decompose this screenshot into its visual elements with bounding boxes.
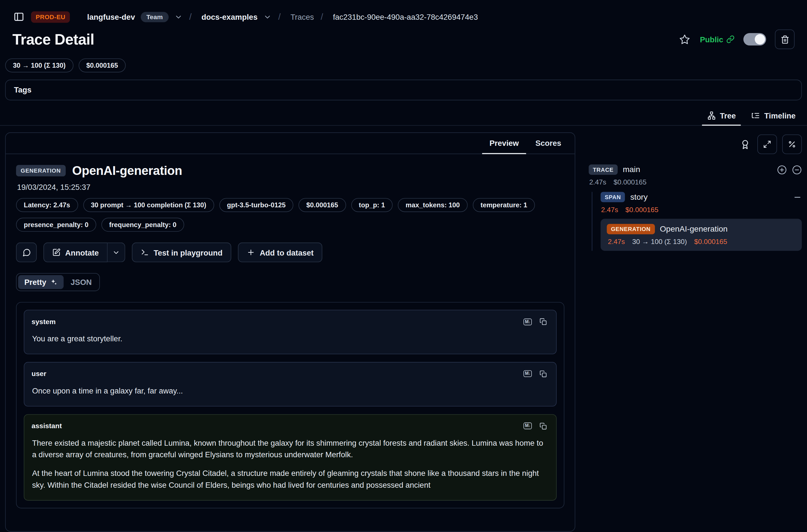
markdown-toggle-button[interactable]: M↓ — [521, 420, 534, 432]
observation-timestamp: 19/03/2024, 15:25:37 — [17, 183, 563, 191]
copy-icon — [540, 318, 547, 325]
model-badge[interactable]: gpt-3.5-turbo-0125 — [219, 198, 294, 212]
chevron-down-icon — [112, 248, 120, 256]
message-role: assistant — [32, 422, 62, 430]
org-switcher-chevron[interactable] — [174, 13, 182, 21]
tree-node-trace[interactable]: TRACE main — [588, 165, 802, 175]
pretty-label: Pretty — [24, 278, 46, 286]
observation-title: OpenAI-generation — [72, 163, 182, 178]
plus-circle-icon — [777, 165, 787, 175]
star-icon — [679, 34, 690, 44]
chevron-down-icon — [263, 13, 271, 21]
markdown-toggle-button[interactable]: M↓ — [521, 367, 534, 380]
collapse-all-button[interactable] — [792, 165, 802, 175]
project-switcher-chevron[interactable] — [263, 13, 271, 21]
trace-tree-panel: TRACE main 2.47s $0.000165 — [588, 132, 802, 251]
cost-badge: $0.000165 — [299, 198, 346, 212]
public-toggle[interactable] — [743, 33, 766, 45]
minus-circle-icon — [792, 165, 802, 175]
annotate-button[interactable]: Annotate — [43, 243, 108, 262]
span-cost: $0.000165 — [625, 206, 659, 213]
markdown-toggle-button[interactable]: M↓ — [521, 315, 534, 328]
copy-icon — [540, 422, 547, 430]
tab-timeline-label: Timeline — [764, 111, 796, 120]
sparkles-icon — [50, 279, 57, 286]
collapse-node-button[interactable] — [793, 193, 802, 202]
breadcrumb-project[interactable]: docs-examples — [202, 13, 258, 21]
annotate-pen-icon — [52, 248, 60, 256]
show-percentages-button[interactable] — [782, 135, 802, 154]
max-tokens-badge: max_tokens: 100 — [398, 198, 468, 212]
generation-metrics: 2.47s 30 → 100 (Σ 130) $0.000165 — [608, 238, 795, 246]
tree-node-generation-selected[interactable]: GENERATION OpenAI-generation 2.47s 30 → … — [600, 218, 802, 251]
public-label: Public — [700, 35, 723, 44]
span-name: story — [631, 192, 648, 202]
latency-badge: Latency: 2.47s — [16, 198, 78, 212]
observation-type-badge: GENERATION — [16, 165, 65, 176]
trace-cost: $0.000165 — [614, 178, 646, 186]
plus-icon — [247, 248, 255, 256]
markdown-icon: M↓ — [523, 318, 532, 325]
copy-button[interactable] — [537, 367, 550, 380]
markdown-icon: M↓ — [523, 422, 532, 429]
trace-latency: 2.47s — [589, 178, 606, 186]
breadcrumb-traces-link[interactable]: Traces — [290, 13, 314, 21]
message-header: system M↓ — [24, 310, 556, 329]
message-card-system: system M↓ You are a great storyteller. — [24, 310, 557, 354]
link-icon — [726, 35, 734, 43]
tab-tree[interactable]: Tree — [702, 107, 741, 126]
tags-section[interactable]: Tags — [5, 79, 802, 100]
expand-all-button[interactable] — [777, 165, 787, 175]
copy-button[interactable] — [537, 420, 550, 432]
chevron-down-icon — [174, 13, 182, 21]
terminal-icon — [141, 248, 149, 256]
expand-view-button[interactable] — [757, 135, 777, 154]
delete-trace-button[interactable] — [775, 29, 794, 49]
token-usage-badge: 30 → 100 (Σ 130) — [5, 58, 73, 72]
observation-param-badges: Latency: 2.47s 30 prompt → 100 completio… — [16, 198, 564, 232]
top-p-badge: top_p: 1 — [351, 198, 393, 212]
message-header-actions: M↓ — [521, 315, 550, 328]
add-to-dataset-button[interactable]: Add to dataset — [238, 243, 322, 262]
breadcrumb-org[interactable]: langfuse-dev — [87, 13, 135, 21]
message-role: user — [32, 370, 46, 378]
tab-tree-label: Tree — [720, 111, 736, 120]
environment-badge: PROD-EU — [31, 11, 70, 22]
frequency-penalty-badge: frequency_penalty: 0 — [101, 218, 184, 232]
trace-metrics: 2.47s $0.000165 — [589, 178, 802, 186]
tab-timeline[interactable]: Timeline — [746, 107, 801, 126]
tab-scores[interactable]: Scores — [528, 133, 568, 154]
award-icon — [740, 139, 750, 149]
format-pretty-button[interactable]: Pretty — [18, 275, 63, 289]
message-content: There existed a majestic planet called L… — [24, 433, 556, 500]
toggle-knob — [755, 34, 765, 44]
message-role: system — [32, 318, 56, 326]
tree-node-span[interactable]: SPAN story — [600, 192, 802, 202]
percent-icon — [788, 140, 796, 148]
observation-actions: Annotate Test in playground Add to datas… — [16, 243, 564, 262]
message-card-assistant: assistant M↓ There existed a majestic pl… — [24, 414, 557, 501]
span-badge: SPAN — [600, 192, 625, 202]
bookmark-ribbon-button[interactable] — [738, 137, 752, 151]
public-link[interactable]: Public — [700, 35, 734, 44]
comment-button[interactable] — [16, 243, 37, 262]
generation-name: OpenAI-generation — [660, 225, 728, 234]
header-actions: Public — [678, 29, 794, 49]
token-usage-badge: 30 prompt → 100 completion (Σ 130) — [83, 198, 214, 212]
tab-preview[interactable]: Preview — [482, 133, 526, 154]
message-content: You are a great storyteller. — [24, 329, 556, 354]
span-metrics: 2.47s $0.000165 — [601, 206, 802, 213]
sidebar-toggle-button[interactable] — [13, 11, 25, 23]
annotate-dropdown-button[interactable] — [108, 243, 125, 262]
copy-button[interactable] — [537, 315, 550, 328]
minus-icon — [793, 193, 802, 202]
test-in-playground-button[interactable]: Test in playground — [132, 243, 231, 262]
bookmark-star-button[interactable] — [678, 33, 691, 46]
tree-icon — [707, 111, 716, 120]
observation-body: GENERATION OpenAI-generation 19/03/2024,… — [6, 154, 575, 518]
format-json-button[interactable]: JSON — [64, 275, 98, 289]
message-card-user: user M↓ Once upon a time in a galaxy far… — [24, 362, 557, 406]
view-switcher: Tree Timeline — [0, 107, 807, 126]
observation-panel: Preview Scores GENERATION OpenAI-generat… — [5, 132, 575, 531]
breadcrumb-separator: / — [189, 12, 192, 22]
